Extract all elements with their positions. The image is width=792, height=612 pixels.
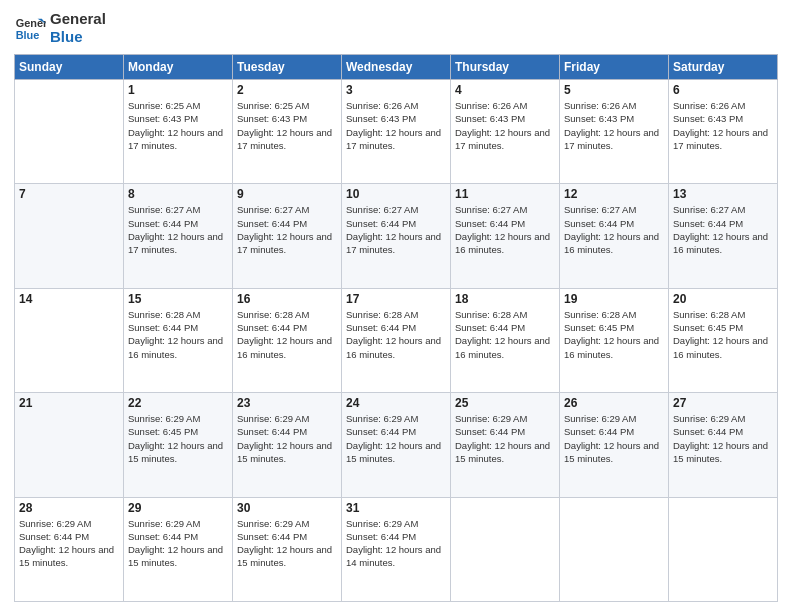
day-info: Sunrise: 6:27 AMSunset: 6:44 PMDaylight:… xyxy=(128,203,228,256)
day-info: Sunrise: 6:29 AMSunset: 6:44 PMDaylight:… xyxy=(673,412,773,465)
day-info: Sunrise: 6:29 AMSunset: 6:44 PMDaylight:… xyxy=(19,517,119,570)
calendar-cell: 21 xyxy=(15,393,124,497)
calendar-cell: 29Sunrise: 6:29 AMSunset: 6:44 PMDayligh… xyxy=(124,497,233,601)
calendar-cell: 2Sunrise: 6:25 AMSunset: 6:43 PMDaylight… xyxy=(233,80,342,184)
day-number: 6 xyxy=(673,83,773,97)
day-number: 28 xyxy=(19,501,119,515)
logo-general: General xyxy=(50,10,106,28)
weekday-sunday: Sunday xyxy=(15,55,124,80)
calendar-cell xyxy=(669,497,778,601)
calendar-cell xyxy=(15,80,124,184)
day-info: Sunrise: 6:28 AMSunset: 6:45 PMDaylight:… xyxy=(673,308,773,361)
weekday-wednesday: Wednesday xyxy=(342,55,451,80)
day-info: Sunrise: 6:29 AMSunset: 6:44 PMDaylight:… xyxy=(564,412,664,465)
day-info: Sunrise: 6:27 AMSunset: 6:44 PMDaylight:… xyxy=(564,203,664,256)
day-info: Sunrise: 6:29 AMSunset: 6:44 PMDaylight:… xyxy=(455,412,555,465)
day-number: 18 xyxy=(455,292,555,306)
day-number: 27 xyxy=(673,396,773,410)
calendar-cell: 30Sunrise: 6:29 AMSunset: 6:44 PMDayligh… xyxy=(233,497,342,601)
day-info: Sunrise: 6:28 AMSunset: 6:44 PMDaylight:… xyxy=(128,308,228,361)
day-info: Sunrise: 6:28 AMSunset: 6:44 PMDaylight:… xyxy=(237,308,337,361)
day-info: Sunrise: 6:26 AMSunset: 6:43 PMDaylight:… xyxy=(673,99,773,152)
calendar-cell: 6Sunrise: 6:26 AMSunset: 6:43 PMDaylight… xyxy=(669,80,778,184)
logo-icon: General Blue xyxy=(14,12,46,44)
day-number: 12 xyxy=(564,187,664,201)
logo-blue: Blue xyxy=(50,28,106,46)
day-number: 7 xyxy=(19,187,119,201)
page: General Blue General Blue SundayMondayTu… xyxy=(0,0,792,612)
day-number: 13 xyxy=(673,187,773,201)
calendar-cell xyxy=(451,497,560,601)
calendar-cell: 18Sunrise: 6:28 AMSunset: 6:44 PMDayligh… xyxy=(451,288,560,392)
day-info: Sunrise: 6:26 AMSunset: 6:43 PMDaylight:… xyxy=(564,99,664,152)
day-number: 19 xyxy=(564,292,664,306)
calendar-cell: 25Sunrise: 6:29 AMSunset: 6:44 PMDayligh… xyxy=(451,393,560,497)
calendar-cell: 11Sunrise: 6:27 AMSunset: 6:44 PMDayligh… xyxy=(451,184,560,288)
calendar-cell: 20Sunrise: 6:28 AMSunset: 6:45 PMDayligh… xyxy=(669,288,778,392)
day-number: 15 xyxy=(128,292,228,306)
week-row-4: 28Sunrise: 6:29 AMSunset: 6:44 PMDayligh… xyxy=(15,497,778,601)
week-row-2: 1415Sunrise: 6:28 AMSunset: 6:44 PMDayli… xyxy=(15,288,778,392)
day-number: 21 xyxy=(19,396,119,410)
weekday-friday: Friday xyxy=(560,55,669,80)
day-number: 24 xyxy=(346,396,446,410)
day-number: 5 xyxy=(564,83,664,97)
day-info: Sunrise: 6:29 AMSunset: 6:44 PMDaylight:… xyxy=(128,517,228,570)
calendar-cell: 24Sunrise: 6:29 AMSunset: 6:44 PMDayligh… xyxy=(342,393,451,497)
day-number: 31 xyxy=(346,501,446,515)
calendar-cell: 31Sunrise: 6:29 AMSunset: 6:44 PMDayligh… xyxy=(342,497,451,601)
week-row-0: 1Sunrise: 6:25 AMSunset: 6:43 PMDaylight… xyxy=(15,80,778,184)
calendar-cell: 1Sunrise: 6:25 AMSunset: 6:43 PMDaylight… xyxy=(124,80,233,184)
day-number: 2 xyxy=(237,83,337,97)
calendar-cell: 9Sunrise: 6:27 AMSunset: 6:44 PMDaylight… xyxy=(233,184,342,288)
day-number: 8 xyxy=(128,187,228,201)
day-number: 23 xyxy=(237,396,337,410)
day-number: 14 xyxy=(19,292,119,306)
week-row-3: 2122Sunrise: 6:29 AMSunset: 6:45 PMDayli… xyxy=(15,393,778,497)
header: General Blue General Blue xyxy=(14,10,778,46)
calendar-cell: 16Sunrise: 6:28 AMSunset: 6:44 PMDayligh… xyxy=(233,288,342,392)
calendar-cell: 8Sunrise: 6:27 AMSunset: 6:44 PMDaylight… xyxy=(124,184,233,288)
calendar-cell: 3Sunrise: 6:26 AMSunset: 6:43 PMDaylight… xyxy=(342,80,451,184)
day-info: Sunrise: 6:27 AMSunset: 6:44 PMDaylight:… xyxy=(673,203,773,256)
logo: General Blue General Blue xyxy=(14,10,106,46)
day-info: Sunrise: 6:25 AMSunset: 6:43 PMDaylight:… xyxy=(128,99,228,152)
day-number: 17 xyxy=(346,292,446,306)
calendar-cell: 12Sunrise: 6:27 AMSunset: 6:44 PMDayligh… xyxy=(560,184,669,288)
weekday-header-row: SundayMondayTuesdayWednesdayThursdayFrid… xyxy=(15,55,778,80)
day-info: Sunrise: 6:27 AMSunset: 6:44 PMDaylight:… xyxy=(346,203,446,256)
calendar-table: SundayMondayTuesdayWednesdayThursdayFrid… xyxy=(14,54,778,602)
day-number: 30 xyxy=(237,501,337,515)
day-info: Sunrise: 6:28 AMSunset: 6:44 PMDaylight:… xyxy=(346,308,446,361)
day-number: 4 xyxy=(455,83,555,97)
calendar-cell xyxy=(560,497,669,601)
week-row-1: 78Sunrise: 6:27 AMSunset: 6:44 PMDayligh… xyxy=(15,184,778,288)
calendar-cell: 23Sunrise: 6:29 AMSunset: 6:44 PMDayligh… xyxy=(233,393,342,497)
calendar-cell: 4Sunrise: 6:26 AMSunset: 6:43 PMDaylight… xyxy=(451,80,560,184)
weekday-saturday: Saturday xyxy=(669,55,778,80)
day-number: 10 xyxy=(346,187,446,201)
day-info: Sunrise: 6:26 AMSunset: 6:43 PMDaylight:… xyxy=(346,99,446,152)
day-number: 25 xyxy=(455,396,555,410)
calendar-cell: 14 xyxy=(15,288,124,392)
weekday-thursday: Thursday xyxy=(451,55,560,80)
calendar-cell: 13Sunrise: 6:27 AMSunset: 6:44 PMDayligh… xyxy=(669,184,778,288)
day-info: Sunrise: 6:25 AMSunset: 6:43 PMDaylight:… xyxy=(237,99,337,152)
day-info: Sunrise: 6:29 AMSunset: 6:44 PMDaylight:… xyxy=(237,412,337,465)
day-number: 11 xyxy=(455,187,555,201)
calendar-cell: 5Sunrise: 6:26 AMSunset: 6:43 PMDaylight… xyxy=(560,80,669,184)
day-number: 3 xyxy=(346,83,446,97)
day-number: 29 xyxy=(128,501,228,515)
weekday-tuesday: Tuesday xyxy=(233,55,342,80)
day-info: Sunrise: 6:29 AMSunset: 6:44 PMDaylight:… xyxy=(346,517,446,570)
calendar-cell: 28Sunrise: 6:29 AMSunset: 6:44 PMDayligh… xyxy=(15,497,124,601)
day-info: Sunrise: 6:29 AMSunset: 6:44 PMDaylight:… xyxy=(237,517,337,570)
day-info: Sunrise: 6:28 AMSunset: 6:44 PMDaylight:… xyxy=(455,308,555,361)
day-info: Sunrise: 6:29 AMSunset: 6:45 PMDaylight:… xyxy=(128,412,228,465)
day-number: 16 xyxy=(237,292,337,306)
calendar-cell: 7 xyxy=(15,184,124,288)
day-info: Sunrise: 6:29 AMSunset: 6:44 PMDaylight:… xyxy=(346,412,446,465)
day-info: Sunrise: 6:26 AMSunset: 6:43 PMDaylight:… xyxy=(455,99,555,152)
calendar-cell: 26Sunrise: 6:29 AMSunset: 6:44 PMDayligh… xyxy=(560,393,669,497)
day-number: 9 xyxy=(237,187,337,201)
